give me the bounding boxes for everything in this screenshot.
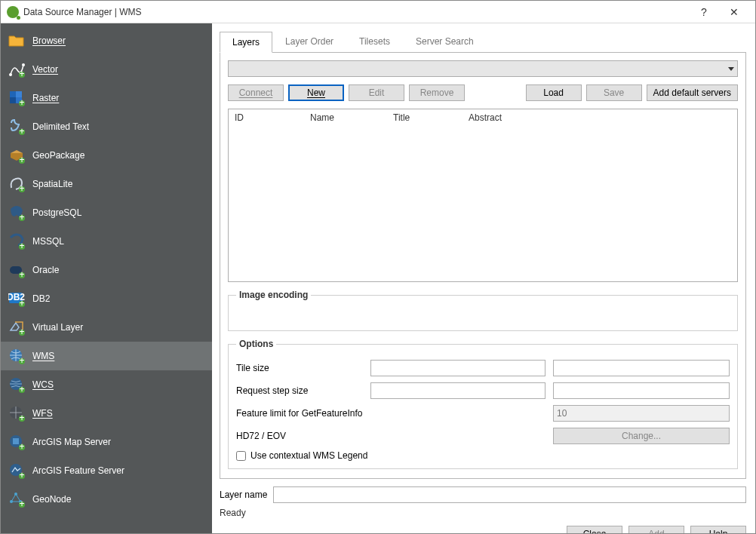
app-icon	[7, 6, 19, 18]
db2-icon: DB2+	[8, 290, 25, 307]
stepsize-x-input[interactable]	[370, 382, 545, 399]
sidebar-item-wcs[interactable]: + WCS	[1, 370, 212, 399]
sidebar-item-label: WFS	[32, 408, 53, 419]
svg-point-0	[9, 73, 12, 76]
close-button[interactable]: Close	[567, 526, 622, 534]
col-id[interactable]: ID	[229, 109, 304, 126]
vector-icon: +	[8, 61, 25, 78]
save-button[interactable]: Save	[586, 84, 642, 101]
change-crs-button[interactable]: Change...	[553, 428, 730, 444]
stepsize-label: Request step size	[236, 385, 363, 396]
table-header: ID Name Title Abstract	[229, 109, 737, 126]
layer-name-row: Layer name	[220, 486, 746, 503]
svg-text:+: +	[19, 327, 24, 336]
connection-button-row: Connect New Edit Remove Load Save Add de…	[228, 84, 738, 101]
edit-button[interactable]: Edit	[349, 84, 404, 101]
sidebar-item-geopackage[interactable]: + GeoPackage	[1, 141, 212, 170]
content-area: Layers Layer Order Tilesets Server Searc…	[212, 23, 755, 533]
mssql-icon: +	[8, 233, 25, 250]
svg-text:+: +	[19, 212, 24, 221]
layers-table[interactable]: ID Name Title Abstract	[228, 109, 738, 282]
title-bar: Data Source Manager | WMS ? ✕	[1, 1, 755, 23]
layer-name-input[interactable]	[273, 486, 746, 503]
sidebar-item-vector[interactable]: + Vector	[1, 55, 212, 84]
svg-text:+: +	[19, 384, 24, 393]
tilesize-label: Tile size	[236, 363, 363, 373]
sidebar-item-arcgis-feature[interactable]: + ArcGIS Feature Server	[1, 456, 212, 485]
sidebar-item-label: GeoNode	[32, 494, 71, 505]
sidebar-item-browser[interactable]: Browser	[1, 26, 212, 55]
sidebar-item-label: WCS	[32, 379, 54, 390]
svg-text:+: +	[19, 69, 24, 78]
options-legend: Options	[236, 339, 276, 349]
sidebar-item-virtual[interactable]: + Virtual Layer	[1, 313, 212, 342]
sidebar-item-geonode[interactable]: + GeoNode	[1, 485, 212, 514]
sidebar-item-raster[interactable]: + Raster	[1, 84, 212, 112]
svg-text:+: +	[19, 241, 24, 250]
sidebar: Browser + Vector + Raster + Delimited Te…	[1, 23, 212, 533]
sidebar-item-label: MSSQL	[32, 236, 64, 247]
sidebar-item-postgres[interactable]: + PostgreSQL	[1, 198, 212, 227]
featlimit-input[interactable]	[553, 405, 730, 422]
help-icon[interactable]: ?	[689, 6, 719, 18]
arcgis-feature-icon: +	[8, 462, 25, 479]
sidebar-item-wfs[interactable]: + WFS	[1, 399, 212, 428]
svg-text:+: +	[19, 441, 24, 450]
svg-rect-39	[13, 438, 19, 444]
sidebar-item-arcgis-map[interactable]: + ArcGIS Map Server	[1, 428, 212, 456]
folder-icon	[8, 32, 25, 49]
layers-panel: Connect New Edit Remove Load Save Add de…	[220, 52, 746, 479]
sidebar-item-label: ArcGIS Map Server	[32, 437, 111, 447]
sidebar-item-db2[interactable]: DB2+ DB2	[1, 284, 212, 313]
wfs-icon: +	[8, 405, 25, 422]
tab-server-search[interactable]: Server Search	[403, 31, 487, 52]
svg-rect-5	[16, 91, 22, 97]
options-group: Options Tile size Request step size Feat…	[228, 339, 738, 469]
stepsize-y-input[interactable]	[553, 382, 730, 399]
add-button[interactable]: Add	[628, 526, 684, 534]
col-abstract[interactable]: Abstract	[463, 109, 737, 126]
new-button[interactable]: New	[288, 84, 344, 101]
tab-tilesets[interactable]: Tilesets	[346, 31, 403, 52]
add-default-servers-button[interactable]: Add default servers	[647, 84, 738, 101]
featlimit-label: Feature limit for GetFeatureInfo	[236, 408, 545, 419]
svg-text:+: +	[19, 470, 24, 479]
remove-button[interactable]: Remove	[409, 84, 465, 101]
tab-layers[interactable]: Layers	[220, 32, 272, 53]
image-encoding-group: Image encoding	[228, 290, 738, 331]
sidebar-item-oracle[interactable]: + Oracle	[1, 256, 212, 284]
layer-name-label: Layer name	[220, 490, 267, 500]
status-text: Ready	[220, 508, 746, 518]
tilesize-y-input[interactable]	[553, 360, 730, 376]
sidebar-item-delimited[interactable]: + Delimited Text	[1, 112, 212, 141]
close-icon[interactable]: ✕	[719, 6, 749, 18]
svg-text:+: +	[19, 126, 24, 135]
svg-rect-6	[10, 97, 16, 103]
sidebar-item-spatialite[interactable]: + SpatiaLite	[1, 170, 212, 198]
dialog-footer: Close Add Help	[220, 526, 746, 534]
svg-text:+: +	[19, 499, 24, 508]
svg-text:+: +	[19, 155, 24, 164]
sidebar-item-mssql[interactable]: + MSSQL	[1, 227, 212, 256]
sidebar-item-label: Raster	[32, 93, 59, 103]
sidebar-item-label: Browser	[32, 35, 66, 46]
tilesize-x-input[interactable]	[370, 360, 545, 376]
server-dropdown[interactable]	[228, 60, 738, 77]
image-encoding-legend: Image encoding	[236, 290, 311, 300]
svg-point-1	[22, 63, 25, 66]
sidebar-item-wms[interactable]: + WMS	[1, 342, 212, 370]
col-title[interactable]: Title	[387, 109, 463, 126]
load-button[interactable]: Load	[526, 84, 582, 101]
tab-layer-order[interactable]: Layer Order	[272, 31, 346, 52]
svg-text:+: +	[19, 97, 24, 106]
contextual-legend-checkbox[interactable]	[236, 451, 246, 461]
svg-rect-4	[10, 91, 16, 97]
svg-text:+: +	[19, 269, 24, 278]
sidebar-item-label: DB2	[32, 293, 50, 304]
col-name[interactable]: Name	[304, 109, 387, 126]
connect-button[interactable]: Connect	[228, 84, 284, 101]
help-button[interactable]: Help	[690, 526, 746, 534]
virtual-layer-icon: +	[8, 319, 25, 336]
wcs-icon: +	[8, 376, 25, 393]
oracle-icon: +	[8, 262, 25, 278]
